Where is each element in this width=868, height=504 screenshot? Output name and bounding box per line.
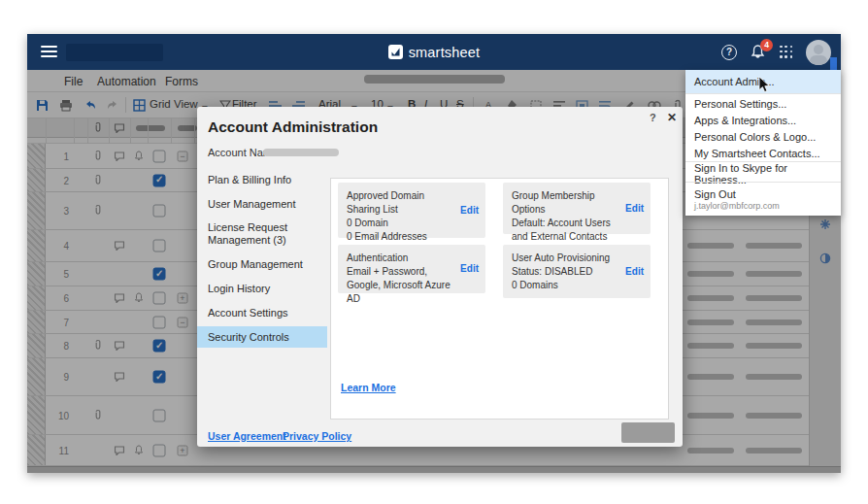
card-text-line: 0 Domain <box>347 217 452 230</box>
account-administration-modal: ? ✕ Account Administration Account Name:… <box>197 107 683 447</box>
setting-card-domain-sharing: Approved Domain Sharing List0 Domain0 Em… <box>338 183 485 238</box>
card-text-line: Status: DISABLED <box>512 265 618 279</box>
page: smartsheet ? 4 File Automation Forms <box>0 0 868 504</box>
card-text-line: Approved Domain Sharing List <box>347 189 452 217</box>
modal-nav-security-controls[interactable]: Security Controls <box>197 326 327 348</box>
card-text-line: 0 Domains <box>512 279 618 292</box>
modal-help-icon[interactable]: ? <box>650 112 656 123</box>
edit-link[interactable]: Edit <box>460 204 479 218</box>
account-menu-item[interactable]: Personal Settings... <box>685 95 841 112</box>
account-menu-item[interactable]: Personal Colors & Logo... <box>685 128 841 145</box>
setting-card-auto-provisioning: User Auto ProvisioningStatus: DISABLED0 … <box>503 245 651 298</box>
account-avatar[interactable] <box>806 40 831 65</box>
mouse-cursor-icon <box>758 77 770 97</box>
smartsheet-logo-icon <box>388 45 403 59</box>
help-icon[interactable]: ? <box>721 45 737 60</box>
card-text-line: 0 Email Addresses <box>347 230 452 244</box>
account-dropdown-menu: Account Admin...Personal Settings...Apps… <box>685 70 841 216</box>
nav-right-cluster: ? 4 <box>721 34 831 70</box>
modal-close-button-redacted[interactable] <box>621 422 675 443</box>
brand: smartsheet <box>27 34 841 70</box>
edit-link[interactable]: Edit <box>625 265 644 279</box>
modal-close-icon[interactable]: ✕ <box>667 111 677 124</box>
card-text-line: Authentication <box>347 252 452 265</box>
app-launcher-icon[interactable] <box>780 46 793 59</box>
notification-badge: 4 <box>760 39 773 51</box>
card-text-line: User Auto Provisioning <box>512 252 618 265</box>
share-button-sliver <box>830 57 837 71</box>
modal-nav-license-request-management[interactable]: License Request Management (3) <box>197 217 327 253</box>
user-agreement-link[interactable]: User Agreement <box>208 430 286 442</box>
modal-nav-login-history[interactable]: Login History <box>197 278 327 299</box>
modal-nav-account-settings[interactable]: Account Settings <box>197 302 327 323</box>
account-menu-item[interactable]: Apps & Integrations... <box>685 112 841 128</box>
signout-email: j.taylor@mbfcorp.com <box>694 201 780 211</box>
edit-link[interactable]: Edit <box>460 262 479 276</box>
modal-nav-user-management[interactable]: User Management <box>197 193 327 215</box>
menu-divider <box>685 182 841 183</box>
card-text-line: Group Membership Options <box>512 189 618 217</box>
notifications-bell-icon[interactable]: 4 <box>750 44 767 61</box>
privacy-policy-link[interactable]: Privacy Policy <box>283 430 351 442</box>
setting-card-group-membership: Group Membership OptionsDefault: Account… <box>503 183 651 234</box>
redacted-account-name <box>263 149 339 156</box>
card-text-line: Email + Password, Google, Microsoft Azur… <box>347 265 452 306</box>
account-menu-item[interactable]: My Smartsheet Contacts... <box>685 145 841 161</box>
modal-title: Account Administration <box>208 118 378 136</box>
learn-more-link[interactable]: Learn More <box>341 382 396 393</box>
account-menu-item[interactable]: Sign In to Skype for Business... <box>685 165 841 182</box>
smartsheet-app-window: smartsheet ? 4 File Automation Forms <box>27 34 841 473</box>
modal-nav-plan-billing-info[interactable]: Plan & Billing Info <box>197 169 327 190</box>
modal-nav-group-management[interactable]: Group Management <box>197 253 327 275</box>
account-menu-item[interactable]: Sign Out <box>685 186 841 201</box>
card-text-line: Default: Account Users and External Cont… <box>512 217 618 244</box>
setting-card-authentication: AuthenticationEmail + Password, Google, … <box>338 245 485 293</box>
top-nav: smartsheet ? 4 <box>27 34 841 70</box>
edit-link[interactable]: Edit <box>625 202 644 216</box>
brand-name: smartsheet <box>409 45 481 60</box>
